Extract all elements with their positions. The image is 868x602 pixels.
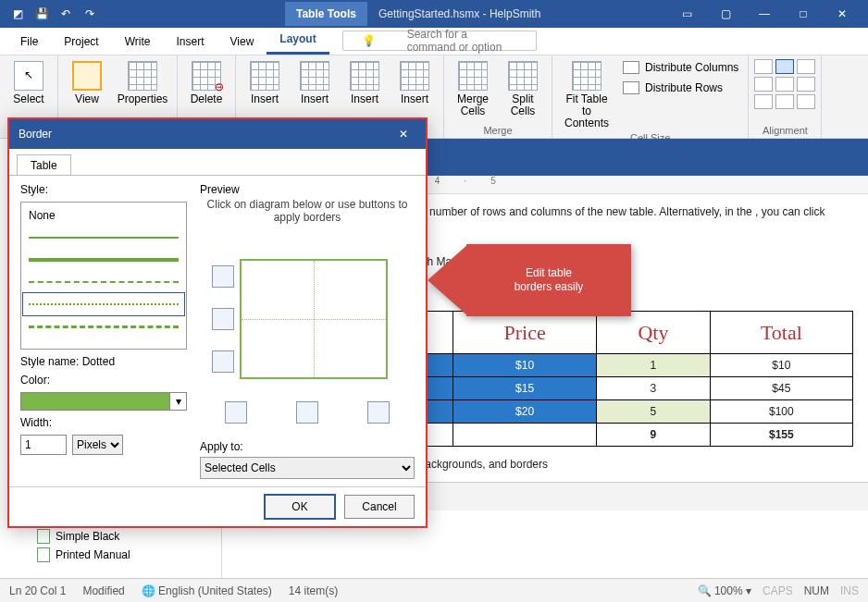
select-button[interactable]: ↖Select [6, 59, 52, 107]
search-placeholder: Search for a command or option [394, 22, 530, 60]
group-alignment-label: Alignment [754, 125, 815, 136]
border-vmid-button[interactable] [296, 401, 318, 424]
apply-label: Apply to: [200, 440, 243, 453]
properties-button[interactable]: Properties [114, 59, 171, 107]
menu-insert[interactable]: Insert [163, 30, 217, 55]
tree-item: Printed Manual [0, 546, 221, 564]
save-icon[interactable]: 💾 [31, 4, 52, 24]
chevron-down-icon[interactable]: ▾ [170, 392, 187, 411]
border-right-button[interactable] [367, 401, 390, 424]
minimize-icon[interactable]: — [746, 1, 783, 27]
preview-label: Preview [200, 183, 415, 196]
delete-button[interactable]: ⊖Delete [183, 59, 229, 107]
status-modified: Modified [82, 584, 124, 597]
menu-file[interactable]: File [7, 30, 51, 55]
split-cells-button[interactable]: Split Cells [500, 59, 546, 119]
preview-hint: Click on diagram below or use buttons to… [200, 198, 415, 224]
doc-icon [37, 547, 50, 562]
redo-icon[interactable]: ↷ [80, 4, 100, 24]
alignment-grid[interactable] [754, 59, 815, 109]
border-hmid-button[interactable] [212, 308, 234, 330]
width-label: Width: [20, 416, 187, 429]
cancel-button[interactable]: Cancel [344, 495, 415, 519]
doc-icon [37, 529, 50, 544]
status-position: Ln 20 Col 1 [9, 584, 66, 597]
style-option[interactable] [23, 249, 184, 271]
preview-canvas[interactable] [240, 259, 388, 379]
tree-item: Simple Black [0, 527, 221, 546]
menu-project[interactable]: Project [51, 30, 111, 55]
group-merge-label: Merge [450, 125, 546, 136]
app-icon[interactable]: ◩ [7, 4, 28, 24]
distribute-columns-button[interactable]: Distribute Columns [619, 59, 742, 76]
apply-to-select[interactable]: Selected Cells [200, 457, 415, 479]
maximize-icon[interactable]: □ [785, 1, 822, 27]
dialog-close-icon[interactable]: ✕ [391, 125, 416, 143]
style-list[interactable]: None [20, 202, 187, 350]
search-input[interactable]: 💡 Search for a command or option [342, 31, 537, 51]
menubar: File Project Write Insert View Layout 💡 … [0, 28, 868, 55]
style-option-none[interactable]: None [23, 204, 184, 227]
style-option[interactable] [23, 271, 184, 293]
ok-button[interactable]: OK [265, 495, 335, 519]
menu-layout[interactable]: Layout [267, 27, 329, 55]
menu-write[interactable]: Write [112, 30, 164, 55]
dialog-tab-table[interactable]: Table [17, 154, 71, 176]
insert-col-right-button[interactable]: Insert [391, 59, 438, 107]
border-left-button[interactable] [225, 401, 247, 424]
style-option-selected[interactable] [23, 293, 184, 315]
window-max-icon[interactable]: ▢ [707, 1, 744, 27]
undo-icon[interactable]: ↶ [56, 4, 76, 24]
border-dialog: Border ✕ Table Style: None Style name: D… [7, 117, 428, 528]
status-ins: INS [840, 584, 859, 597]
merge-cells-button[interactable]: Merge Cells [450, 59, 496, 119]
style-name-label: Style name: Dotted [20, 355, 187, 368]
dialog-title: Border [19, 128, 52, 141]
style-option[interactable] [23, 315, 184, 338]
width-unit-select[interactable]: Pixels [72, 435, 123, 455]
style-label: Style: [20, 183, 187, 196]
window-min-icon[interactable]: ▭ [668, 1, 705, 27]
border-top-button[interactable] [212, 265, 234, 288]
status-language[interactable]: 🌐 English (United States) [142, 584, 272, 597]
insert-row-below-button[interactable]: Insert [291, 59, 338, 107]
zoom-control[interactable]: 🔍 100% ▾ [698, 584, 751, 597]
border-bottom-button[interactable] [212, 350, 234, 373]
style-option[interactable] [23, 227, 184, 249]
distribute-rows-button[interactable]: Distribute Rows [619, 80, 726, 96]
insert-col-left-button[interactable]: Insert [341, 59, 388, 107]
f1-key: F1 [510, 255, 531, 268]
status-num: NUM [804, 584, 829, 597]
insert-row-above-button[interactable]: Insert [242, 59, 288, 107]
width-input[interactable] [20, 435, 67, 455]
color-swatch [20, 392, 170, 411]
color-label: Color: [20, 374, 187, 387]
lightbulb-icon: 💡 [349, 29, 389, 54]
status-items: 14 item(s) [289, 584, 338, 597]
view-button[interactable]: View [64, 59, 110, 107]
context-tab[interactable]: Table Tools [285, 2, 367, 26]
dialog-titlebar[interactable]: Border ✕ [9, 119, 426, 149]
menu-view[interactable]: View [217, 30, 267, 55]
window-title: GettingStarted.hsmx - HelpSmith [378, 7, 540, 20]
statusbar: Ln 20 Col 1 Modified 🌐 English (United S… [0, 578, 868, 602]
close-icon[interactable]: ✕ [824, 1, 861, 27]
fit-table-button[interactable]: Fit Table to Contents [558, 59, 615, 132]
status-caps: CAPS [763, 584, 793, 597]
color-picker[interactable]: ▾ [20, 392, 187, 411]
